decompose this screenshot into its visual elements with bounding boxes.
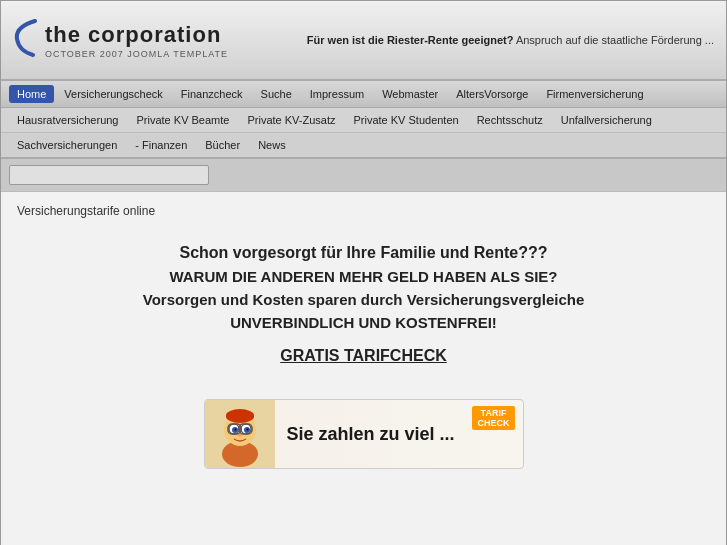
nav-finanzen[interactable]: - Finanzen [127,136,195,154]
nav-buecher[interactable]: Bücher [197,136,248,154]
nav-suche[interactable]: Suche [253,85,300,103]
nav-private-kv-zusatz[interactable]: Private KV-Zusatz [239,111,343,129]
banner-mascot [205,399,275,469]
search-bar-area [1,159,726,192]
site-title: the corporation [45,22,228,48]
svg-point-4 [246,412,254,420]
svg-point-10 [246,428,248,430]
nav-private-kv-studenten[interactable]: Private KV Studenten [345,111,466,129]
svg-point-3 [226,412,234,420]
nav-secondary: Hausratversicherung Private KV Beamte Pr… [1,108,726,133]
promo-line2: WARUM DIE ANDEREN MEHR GELD HABEN ALS SI… [17,268,710,285]
nav-firmenversicherung[interactable]: Firmenversicherung [538,85,651,103]
header: the corporation OCTOBER 2007 JOOMLA TEMP… [1,1,726,81]
banner[interactable]: Sie zahlen zu viel ... TARIF CHECK [204,399,524,469]
nav-unfallversicherung[interactable]: Unfallversicherung [553,111,660,129]
nav-impressum[interactable]: Impressum [302,85,372,103]
site-subtitle: OCTOBER 2007 JOOMLA TEMPLATE [45,49,228,59]
header-ad-text: Anspruch auf die staatliche Förderung ..… [513,34,714,46]
nav-sachversicherungen[interactable]: Sachversicherungen [9,136,125,154]
nav-versicherungscheck[interactable]: Versicherungscheck [56,85,170,103]
svg-point-14 [238,433,242,436]
main-content: Versicherungstarife online Schon vorgeso… [1,192,726,545]
header-ad: Für wen ist die Riester-Rente geeignet? … [228,34,714,46]
banner-logo-line1: TARIF [481,408,507,418]
nav-private-kv-beamte[interactable]: Private KV Beamte [129,111,238,129]
promo-line4: UNVERBINDLICH und KOSTENFREI! [17,314,710,331]
nav-tertiary: Sachversicherungen - Finanzen Bücher New… [1,133,726,159]
logo-text-area: the corporation OCTOBER 2007 JOOMLA TEMP… [45,22,228,59]
page-wrapper: the corporation OCTOBER 2007 JOOMLA TEMP… [0,0,727,545]
banner-area: Sie zahlen zu viel ... TARIF CHECK [17,399,710,469]
svg-point-9 [234,428,236,430]
nav-altersvorsorge[interactable]: AltersVorsorge [448,85,536,103]
nav-news[interactable]: News [250,136,294,154]
banner-logo-area: TARIF CHECK [472,406,514,430]
logo-area: the corporation OCTOBER 2007 JOOMLA TEMP… [13,17,228,64]
promo-line1: Schon vorgesorgt für Ihre Familie und Re… [17,244,710,262]
search-input[interactable] [9,165,209,185]
header-ad-bold: Für wen ist die Riester-Rente geeignet? [307,34,514,46]
nav-home[interactable]: Home [9,85,54,103]
nav-rechtsschutz[interactable]: Rechtsschutz [469,111,551,129]
page-title: Versicherungstarife online [17,204,710,218]
logo-icon [13,17,41,64]
nav-hausratversicherung[interactable]: Hausratversicherung [9,111,127,129]
promo-line3: Vorsorgen und Kosten sparen durch Versic… [17,291,710,308]
promo-block: Schon vorgesorgt für Ihre Familie und Re… [17,234,710,399]
nav-finanzcheck[interactable]: Finanzcheck [173,85,251,103]
nav-webmaster[interactable]: Webmaster [374,85,446,103]
nav-primary: Home Versicherungscheck Finanzcheck Such… [1,81,726,108]
gratis-tarifcheck-link[interactable]: GRATIS TARIFCHECK [17,347,710,365]
banner-logo-line2: CHECK [477,418,509,428]
